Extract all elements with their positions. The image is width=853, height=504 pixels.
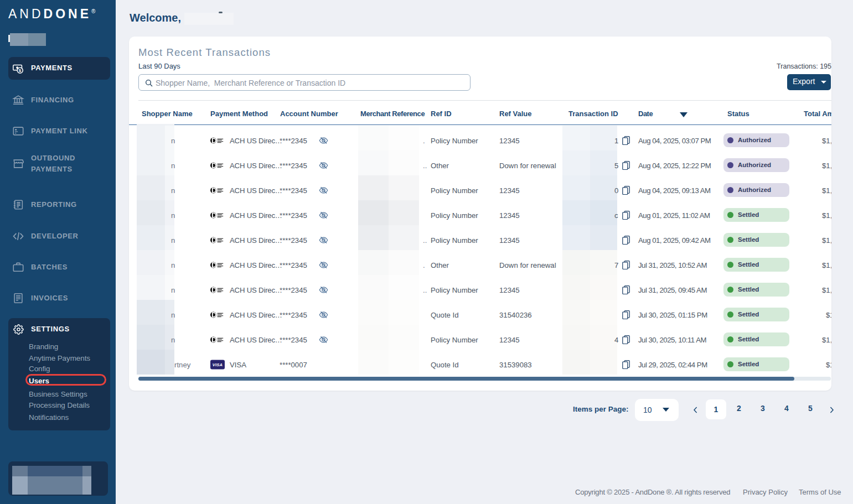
svg-text:$: $ [19,68,22,73]
